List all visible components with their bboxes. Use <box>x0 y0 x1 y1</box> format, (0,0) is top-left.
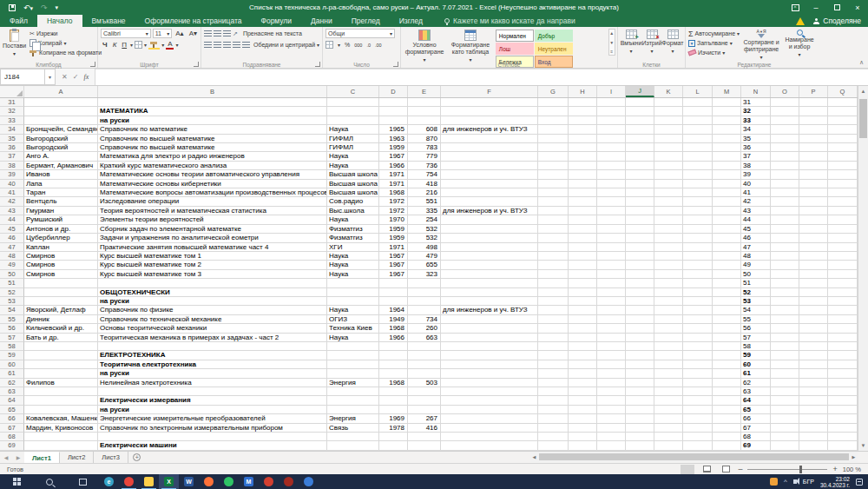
cell-B58[interactable] <box>98 342 327 351</box>
cell-Q40[interactable] <box>828 180 858 188</box>
cell-C53[interactable] <box>327 297 379 306</box>
new-sheet-button[interactable]: + <box>128 452 146 463</box>
row-header-65[interactable]: 65 <box>0 406 24 414</box>
cell-L66[interactable] <box>683 414 713 423</box>
antivirus-tray-icon[interactable] <box>770 478 778 486</box>
cell-G35[interactable] <box>538 135 569 143</box>
cell-Q47[interactable] <box>828 243 858 252</box>
cell-C60[interactable] <box>327 360 379 369</box>
cell-K45[interactable] <box>654 225 683 234</box>
accounting-format-icon[interactable] <box>326 41 333 49</box>
cell-B38[interactable]: Краткий курс математического анализа <box>98 162 327 170</box>
underline-button[interactable]: П <box>120 40 128 50</box>
cell-N36[interactable]: 36 <box>741 143 771 152</box>
cell-D54[interactable]: 1964 <box>379 306 408 314</box>
cell-K42[interactable] <box>654 197 683 206</box>
cell-O31[interactable] <box>771 98 799 107</box>
cell-J41[interactable] <box>626 188 654 197</box>
cell-J59[interactable] <box>626 351 654 360</box>
cell-G64[interactable] <box>538 396 569 405</box>
cell-J38[interactable] <box>626 162 654 170</box>
cell-L68[interactable] <box>683 433 713 441</box>
cell-F46[interactable] <box>441 234 538 242</box>
cell-B41[interactable]: Математические вопросы автоматизации про… <box>98 188 327 197</box>
cell-O35[interactable] <box>771 135 799 143</box>
cell-M45[interactable] <box>713 225 741 234</box>
column-header-K[interactable]: K <box>654 86 683 97</box>
select-all-corner[interactable] <box>0 86 24 97</box>
cell-Q69[interactable] <box>828 441 858 450</box>
tell-me-box[interactable]: Кажете ми какво искате да направи <box>444 15 575 27</box>
cell-K60[interactable] <box>654 360 683 369</box>
cell-F38[interactable] <box>441 162 538 170</box>
cell-G43[interactable] <box>538 207 569 215</box>
cell-J57[interactable] <box>626 334 654 342</box>
cell-style-Нормален[interactable]: Нормален <box>496 30 534 42</box>
cell-Q34[interactable] <box>828 125 858 134</box>
cell-N66[interactable]: 66 <box>741 414 771 423</box>
cell-J46[interactable] <box>626 234 654 242</box>
cell-O62[interactable] <box>771 379 799 387</box>
cell-M52[interactable] <box>713 288 741 297</box>
cell-H61[interactable] <box>569 369 597 378</box>
column-header-E[interactable]: E <box>408 86 441 97</box>
cell-F68[interactable] <box>441 433 538 441</box>
cell-G68[interactable] <box>538 433 569 441</box>
cell-H31[interactable] <box>569 98 597 107</box>
cell-O41[interactable] <box>771 188 799 197</box>
cell-C31[interactable] <box>327 98 379 107</box>
cell-H45[interactable] <box>569 225 597 234</box>
cell-H58[interactable] <box>569 342 597 351</box>
cell-D44[interactable]: 1970 <box>379 215 408 224</box>
cell-O40[interactable] <box>771 180 799 188</box>
cell-P33[interactable] <box>799 116 828 125</box>
cell-M69[interactable] <box>713 441 741 450</box>
cell-N50[interactable]: 50 <box>741 270 771 279</box>
hidden-icons-chevron[interactable]: ^ <box>784 478 787 486</box>
cell-E41[interactable]: 216 <box>408 188 441 197</box>
cell-A46[interactable]: Цубербиллер <box>24 234 98 242</box>
cell-E59[interactable] <box>408 351 441 360</box>
cell-N38[interactable]: 38 <box>741 162 771 170</box>
cell-H38[interactable] <box>569 162 597 170</box>
row-header-63[interactable]: 63 <box>0 387 24 396</box>
cell-J39[interactable] <box>626 170 654 179</box>
cell-B37[interactable]: Математика для электро и радио инженеров <box>98 152 327 161</box>
cell-M56[interactable] <box>713 324 741 333</box>
cell-A34[interactable]: Бронщчейн, Семандяев <box>24 125 98 134</box>
cell-H48[interactable] <box>569 252 597 261</box>
cell-D48[interactable]: 1967 <box>379 252 408 261</box>
cell-K63[interactable] <box>654 387 683 396</box>
cell-D66[interactable]: 1969 <box>379 414 408 423</box>
cell-D53[interactable] <box>379 297 408 306</box>
cell-A57[interactable]: Бать и др. <box>24 334 98 342</box>
cell-D51[interactable] <box>379 279 408 287</box>
cell-H59[interactable] <box>569 351 597 360</box>
row-header-46[interactable]: 46 <box>0 234 24 242</box>
cell-O61[interactable] <box>771 369 799 378</box>
cell-Q65[interactable] <box>828 406 858 414</box>
cell-H62[interactable] <box>569 379 597 387</box>
cell-I57[interactable] <box>597 334 626 342</box>
column-header-I[interactable]: I <box>597 86 626 97</box>
cell-F66[interactable] <box>441 414 538 423</box>
cell-B65[interactable]: на руски <box>98 406 327 414</box>
cell-N43[interactable]: 43 <box>741 207 771 215</box>
cell-G52[interactable] <box>538 288 569 297</box>
cell-L44[interactable] <box>683 215 713 224</box>
cell-A63[interactable] <box>24 387 98 396</box>
cell-E32[interactable] <box>408 107 441 116</box>
align-middle-icon[interactable] <box>214 30 221 36</box>
cell-O68[interactable] <box>771 433 799 441</box>
align-right-icon[interactable] <box>223 42 231 48</box>
cell-F57[interactable] <box>441 334 538 342</box>
cell-F36[interactable] <box>441 143 538 152</box>
cell-M31[interactable] <box>713 98 741 107</box>
cell-C45[interactable]: Физматгиз <box>327 225 379 234</box>
cell-H42[interactable] <box>569 197 597 206</box>
cell-M33[interactable] <box>713 116 741 125</box>
cell-N61[interactable]: 61 <box>741 369 771 378</box>
cell-I46[interactable] <box>597 234 626 242</box>
cell-N51[interactable]: 51 <box>741 279 771 287</box>
cell-I38[interactable] <box>597 162 626 170</box>
